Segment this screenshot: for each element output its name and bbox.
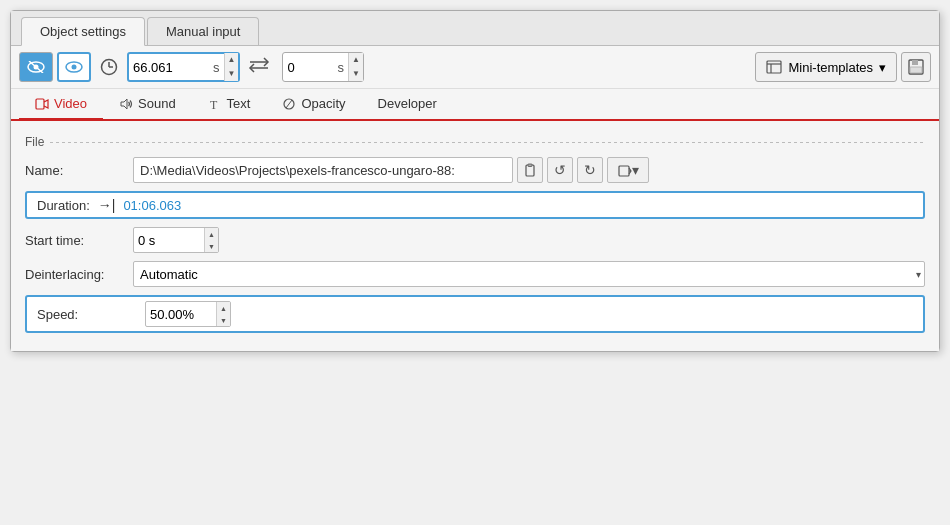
mini-templates-chevron: ▾ [879,60,886,75]
offset-spin-up[interactable]: ▲ [349,53,363,67]
speed-spin-btns: ▲ ▼ [216,302,230,326]
duration-value: 01:06.063 [123,198,181,213]
speed-label: Speed: [37,307,137,322]
svg-marker-17 [121,99,127,109]
name-input[interactable] [133,157,513,183]
refresh-right-btn[interactable]: ↻ [577,157,603,183]
name-input-group: ↺ ↻ ▾ [133,157,649,183]
svg-point-4 [72,65,77,70]
clipboard-icon [523,163,537,177]
deinterlacing-select[interactable]: Automatic None Force [133,261,925,287]
offset-unit: s [333,60,348,75]
refresh-left-icon: ↺ [554,162,566,178]
svg-rect-10 [767,61,781,73]
sub-tab-bar: Video Sound T Text Opacity Developer [11,89,939,121]
export-chevron: ▾ [632,162,639,178]
arrows-icon [248,56,270,74]
name-label: Name: [25,163,125,178]
offset-spin-btns: ▲ ▼ [348,53,363,81]
tab-manual-input[interactable]: Manual input [147,17,259,45]
file-section-label: File [25,135,44,149]
save-btn[interactable] [901,52,931,82]
svg-rect-14 [912,60,918,65]
offset-spin-down[interactable]: ▼ [349,67,363,81]
file-section-header: File [25,135,925,149]
main-window: Object settings Manual input [10,10,940,352]
sound-icon [119,97,133,111]
sub-tab-developer[interactable]: Developer [362,89,453,121]
tab-object-settings[interactable]: Object settings [21,17,145,46]
eye-icon [65,61,83,73]
tab-manual-input-label: Manual input [166,24,240,39]
deinterlacing-select-wrapper: Automatic None Force ▾ [133,261,925,287]
svg-text:T: T [210,98,218,111]
speed-spinbox: ▲ ▼ [145,301,231,327]
time-input[interactable] [129,60,209,75]
refresh-left-btn[interactable]: ↺ [547,157,573,183]
svg-rect-22 [619,166,629,176]
clock-icon-btn[interactable] [95,52,123,82]
start-time-spinbox: ▲ ▼ [133,227,219,253]
svg-rect-21 [528,164,532,167]
visibility-show-btn[interactable] [57,52,91,82]
time-spin-down[interactable]: ▼ [225,67,239,81]
offset-input[interactable] [283,60,333,75]
sub-tab-sound-label: Sound [138,96,176,111]
export-btn[interactable]: ▾ [607,157,649,183]
template-icon [766,60,782,74]
swap-arrows-icon[interactable] [244,56,274,79]
sub-tab-opacity[interactable]: Opacity [266,89,361,121]
sub-tab-sound[interactable]: Sound [103,89,192,121]
sub-tab-text-label: Text [227,96,251,111]
offset-input-group: s ▲ ▼ [282,52,363,82]
toolbar: s ▲ ▼ s ▲ ▼ [11,46,939,89]
start-time-input[interactable] [134,233,204,248]
start-time-spin-down[interactable]: ▼ [205,240,218,252]
start-time-spin-up[interactable]: ▲ [205,228,218,240]
mini-templates-label: Mini-templates [788,60,873,75]
duration-arrow: →| [98,197,116,213]
start-time-spin-btns: ▲ ▼ [204,228,218,252]
sub-tab-developer-label: Developer [378,96,437,111]
content-area: File Name: ↺ ↻ [11,121,939,351]
sub-tab-text[interactable]: T Text [192,89,267,121]
clipboard-btn[interactable] [517,157,543,183]
save-icon [907,58,925,76]
time-spin-up[interactable]: ▲ [225,53,239,67]
sub-tab-video-label: Video [54,96,87,111]
deinterlacing-row: Deinterlacing: Automatic None Force ▾ [25,261,925,287]
sub-tab-video[interactable]: Video [19,89,103,121]
refresh-right-icon: ↻ [584,162,596,178]
speed-spin-down[interactable]: ▼ [217,314,230,326]
visibility-toggle-btn[interactable] [19,52,53,82]
start-time-row: Start time: ▲ ▼ [25,227,925,253]
mini-templates-btn[interactable]: Mini-templates ▾ [755,52,897,82]
opacity-icon [282,97,296,111]
time-unit: s [209,60,224,75]
start-time-label: Start time: [25,233,125,248]
speed-spin-up[interactable]: ▲ [217,302,230,314]
name-row: Name: ↺ ↻ [25,157,925,183]
time-spin-btns: ▲ ▼ [224,53,239,81]
eye-strikethrough-icon [27,61,45,73]
export-icon [618,163,632,177]
top-tab-bar: Object settings Manual input [11,11,939,46]
duration-row: Duration: →| 01:06.063 [25,191,925,219]
tab-object-settings-label: Object settings [40,24,126,39]
speed-row: Speed: ▲ ▼ [25,295,925,333]
svg-rect-15 [910,67,922,73]
speed-input[interactable] [146,307,216,322]
video-icon [35,97,49,111]
text-icon: T [208,97,222,111]
sub-tab-opacity-label: Opacity [301,96,345,111]
deinterlacing-label: Deinterlacing: [25,267,125,282]
svg-rect-16 [36,99,44,109]
duration-label: Duration: [37,198,90,213]
clock-icon [100,58,118,76]
time-input-group: s ▲ ▼ [127,52,240,82]
